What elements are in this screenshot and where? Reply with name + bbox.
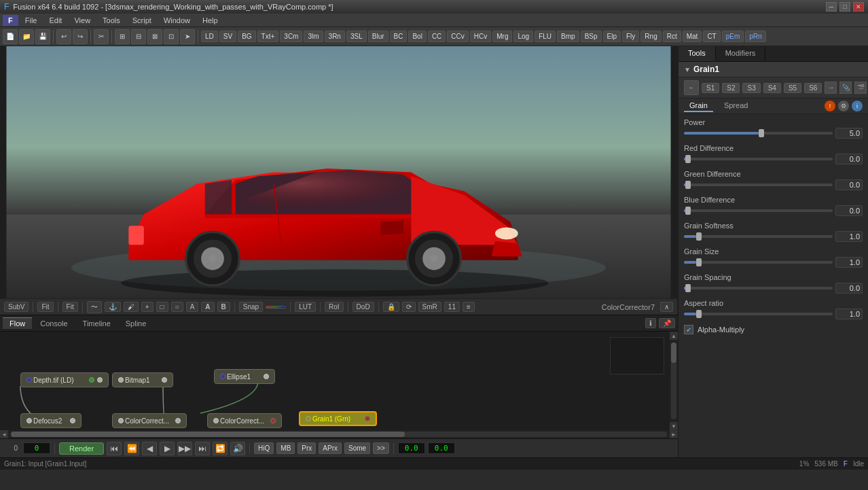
prop-power-slider[interactable]	[684, 132, 833, 135]
prop-size-thumb[interactable]	[696, 258, 702, 266]
toolbar-bol[interactable]: Bol	[408, 31, 426, 42]
viewer-num-btn[interactable]: 11	[444, 302, 460, 312]
prop-red-value[interactable]: 0.0	[835, 154, 863, 164]
toolbar-icon-redo[interactable]: ↪	[73, 29, 88, 44]
toolbar-pem[interactable]: pEm	[722, 31, 744, 42]
toolbar-3lm[interactable]: 3lm	[304, 31, 323, 42]
flow-vscroll-up[interactable]: ▲	[670, 332, 678, 340]
transport-step-back[interactable]: ◀	[142, 442, 157, 455]
close-button[interactable]: ✕	[853, 2, 864, 12]
flow-vscroll-down[interactable]: ▼	[670, 422, 678, 430]
toolbar-blur[interactable]: Blur	[368, 31, 388, 42]
node-bitmap1[interactable]: Bitmap1	[112, 372, 173, 387]
toolbar-bsp[interactable]: BSp	[581, 31, 602, 42]
lut-btn[interactable]: LUT	[295, 302, 316, 312]
toolbar-icon-views3[interactable]: ⊠	[147, 29, 162, 44]
toolbar-bmp[interactable]: Bmp	[557, 31, 579, 42]
flow-vscroll-track[interactable]	[671, 343, 676, 419]
dod-btn[interactable]: DoD	[352, 302, 374, 312]
prop-aspect-value[interactable]: 1.0	[835, 309, 863, 319]
tab-timeline[interactable]: Timeline	[76, 318, 117, 329]
viewer-extra-btn[interactable]: ≡	[463, 302, 475, 312]
flow-hscroll-left[interactable]: ◄	[0, 430, 8, 438]
prop-red-slider[interactable]	[684, 158, 833, 160]
grain1-input-arrow[interactable]: ←	[684, 80, 699, 95]
prop-size-slider[interactable]	[684, 261, 833, 264]
grain1-s5[interactable]: S5	[784, 83, 801, 93]
viewer-cross-btn[interactable]: +	[141, 302, 153, 312]
prop-power-thumb[interactable]	[759, 129, 764, 137]
flow-pin-btn[interactable]: 📌	[659, 318, 675, 328]
toolbar-3cm[interactable]: 3Cm	[280, 31, 302, 42]
menu-tools[interactable]: Tools	[97, 15, 126, 26]
node-ellipse1[interactable]: Ellipse1	[214, 369, 275, 384]
maximize-button[interactable]: □	[839, 2, 850, 12]
viewer-ellipse-btn[interactable]: ○	[171, 302, 183, 312]
toolbar-ct[interactable]: CT	[703, 31, 720, 42]
flow-hscroll-thumb[interactable]	[11, 432, 405, 437]
grain1-icon-arrow[interactable]: →	[825, 82, 837, 94]
prop-red-thumb[interactable]	[685, 155, 691, 163]
grain1-icon-film[interactable]: 🎬	[854, 82, 867, 94]
toolbar-sv[interactable]: SV	[219, 31, 236, 42]
toolbar-prn[interactable]: pRn	[745, 31, 765, 42]
minimize-button[interactable]: ─	[826, 2, 837, 12]
node-cc2[interactable]: ColorCorrect...	[207, 413, 282, 428]
prop-green-thumb[interactable]	[685, 181, 691, 189]
grain1-icon-clip[interactable]: 📎	[839, 82, 852, 94]
menu-view[interactable]: View	[69, 15, 96, 26]
prop-aspect-slider[interactable]	[684, 313, 833, 315]
render-button[interactable]: Render	[59, 442, 104, 455]
toolbar-cc[interactable]: CC	[428, 31, 446, 42]
prop-blue-slider[interactable]	[684, 209, 833, 212]
prop-spacing-value[interactable]: 0.0	[835, 283, 863, 294]
toolbar-icon-open[interactable]: 📁	[19, 29, 34, 44]
toolbar-ccv[interactable]: CCv	[447, 31, 468, 42]
viewer-paint-btn[interactable]: 🖌	[124, 302, 139, 312]
toolbar-bc[interactable]: BC	[390, 31, 408, 42]
fit-value-btn[interactable]: Fit	[62, 302, 78, 312]
tab-modifiers[interactable]: Modifiers	[716, 46, 766, 61]
transport-play[interactable]: ▶	[160, 442, 175, 455]
tab-flow[interactable]: Flow	[3, 317, 32, 329]
menu-fusion[interactable]: F	[3, 15, 18, 26]
lock-btn[interactable]: 🔒	[383, 302, 399, 312]
toolbar-icon-save[interactable]: 💾	[35, 29, 50, 44]
prop-aspect-thumb[interactable]	[696, 310, 702, 318]
toolbar-3rn[interactable]: 3Rn	[325, 31, 345, 42]
node-cc1[interactable]: ColorCorrect...	[112, 413, 187, 428]
node-grain1[interactable]: Grain1 (Grn)	[299, 411, 377, 426]
toolbar-icon-cut[interactable]: ✂	[94, 29, 109, 44]
toolbar-icon-views4[interactable]: ⊡	[164, 29, 179, 44]
prop-size-value[interactable]: 1.0	[835, 257, 863, 268]
viewer-rect-btn[interactable]: □	[156, 302, 168, 312]
toolbar-icon-views[interactable]: ⊞	[115, 29, 130, 44]
grain-icon-info[interactable]: i	[852, 101, 863, 111]
toolbar-elp[interactable]: Elp	[603, 31, 621, 42]
toolbar-icon-new[interactable]: 📄	[3, 29, 18, 44]
toolbar-rct[interactable]: Rct	[663, 31, 681, 42]
snap-btn[interactable]: Snap	[239, 302, 263, 312]
toolbar-icon-undo[interactable]: ↩	[56, 29, 71, 44]
fit-btn[interactable]: Fit	[37, 302, 53, 312]
grain1-s4[interactable]: S4	[763, 83, 781, 93]
prop-spacing-slider[interactable]	[684, 287, 833, 290]
toolbar-log[interactable]: Log	[513, 31, 533, 42]
transport-start[interactable]: ⏮	[107, 442, 122, 455]
transport-prx[interactable]: Prx	[297, 442, 316, 454]
menu-help[interactable]: Help	[197, 15, 223, 26]
refresh-btn[interactable]: ⟳	[402, 302, 416, 312]
transport-next[interactable]: >>	[373, 442, 389, 454]
toolbar-txt[interactable]: Txt+	[257, 31, 279, 42]
toolbar-mrg[interactable]: Mrg	[492, 31, 512, 42]
menu-edit[interactable]: Edit	[43, 15, 67, 26]
transport-some[interactable]: Some	[344, 442, 370, 454]
grain-tab-spread[interactable]: Spread	[719, 100, 753, 112]
viewer-collapse-btn[interactable]: ∧	[660, 302, 673, 312]
toolbar-icon-arrow[interactable]: ➤	[180, 29, 195, 44]
transport-aprx[interactable]: APrx	[319, 442, 342, 454]
subview-btn[interactable]: SubV	[4, 302, 29, 312]
prop-power-value[interactable]: 5.0	[835, 128, 863, 139]
roi-btn[interactable]: RoI	[325, 302, 344, 312]
node-depth[interactable]: Depth.tif (LD)	[20, 372, 109, 387]
